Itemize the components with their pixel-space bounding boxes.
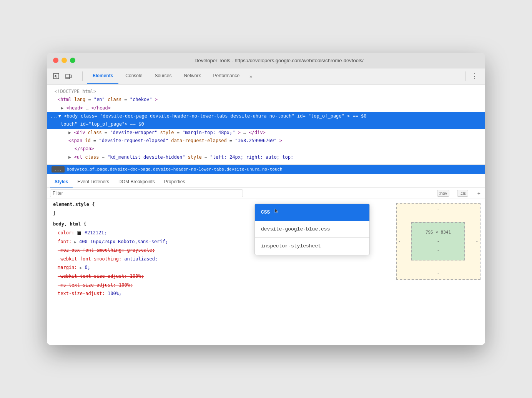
dom-line-body[interactable]: ...▼ <body class= "devsite-doc-page devs…	[47, 112, 485, 120]
traffic-lights	[53, 58, 75, 63]
close-button[interactable]	[53, 58, 58, 63]
css-prop-ms-text[interactable]: -ms-text-size-adjust: 100%;	[47, 281, 485, 290]
box-model-inner: 795 × 8341 - -	[411, 222, 465, 260]
dropdown-item-devsite-css[interactable]: devsite-google-blue.css	[255, 221, 369, 237]
cls-button[interactable]: .cls	[457, 190, 468, 197]
devtools-toolbar: Elements Console Sources Network Perform…	[47, 68, 485, 85]
dom-line: <!DOCTYPE html>	[47, 88, 485, 96]
maximize-button[interactable]	[70, 58, 75, 63]
box-model-preview: - - 795 × 8341 - - - -	[396, 203, 480, 280]
dom-line[interactable]: <html lang = "en" class = "chekov" >	[47, 96, 485, 104]
tab-properties[interactable]: Properties	[160, 177, 190, 187]
svg-rect-1	[66, 74, 70, 79]
css-code-area: element.style { } body, html { devsite-g…	[47, 199, 485, 345]
device-icon[interactable]	[64, 71, 73, 81]
tab-styles[interactable]: Styles	[50, 177, 73, 187]
titlebar: Developer Tools - https://developers.goo…	[47, 53, 485, 68]
breadcrumb-dots: ...	[52, 166, 65, 172]
styles-tabs: Styles Event Listeners DOM Breakpoints P…	[47, 174, 485, 188]
box-model-outer: - - 795 × 8341 - - - -	[396, 203, 480, 280]
toolbar-separator	[82, 71, 83, 81]
breadcrumb-path: body#top_of_page.devsite-doc-page.devsit…	[67, 167, 283, 172]
tab-elements[interactable]: Elements	[87, 68, 118, 84]
tab-dom-breakpoints[interactable]: DOM Breakpoints	[114, 177, 160, 187]
hov-button[interactable]: :hov	[437, 190, 450, 197]
box-margin-top: -	[437, 205, 440, 213]
tab-performance[interactable]: Performance	[208, 68, 245, 84]
devtools-body: <!DOCTYPE html> <html lang = "en" class …	[47, 85, 485, 345]
inspect-icon[interactable]	[52, 71, 61, 81]
box-inner-dash1: -	[437, 237, 440, 245]
cursor-icon	[274, 208, 279, 214]
box-margin-left: -	[398, 237, 401, 245]
tab-event-listeners[interactable]: Event Listeners	[73, 177, 114, 187]
tab-console[interactable]: Console	[120, 68, 148, 84]
toolbar-end: ⋮	[462, 70, 480, 82]
dom-line: </span>	[47, 145, 485, 153]
color-swatch	[77, 231, 81, 235]
add-style-button[interactable]: +	[476, 190, 482, 196]
more-tabs-button[interactable]: »	[246, 72, 255, 81]
dom-tree: <!DOCTYPE html> <html lang = "en" class …	[47, 85, 485, 165]
toolbar-separator-2	[466, 71, 466, 81]
dom-line[interactable]: <span id = "devsite-request-elapsed" dat…	[47, 137, 485, 145]
box-inner-dash2: -	[437, 247, 440, 254]
devtools-window: Developer Tools - https://developers.goo…	[47, 53, 485, 345]
dropdown-item-css[interactable]: CSS	[255, 204, 369, 221]
devtools-menu-button[interactable]: ⋮	[469, 70, 480, 82]
filter-row: :hov .cls +	[47, 188, 485, 199]
styles-panel: Styles Event Listeners DOM Breakpoints P…	[47, 174, 485, 345]
dropdown-item-inspector[interactable]: inspector-stylesheet	[255, 238, 369, 254]
dom-line[interactable]: ▶ <div class = "devsite-wrapper" style =…	[47, 129, 485, 137]
box-size-label: 795 × 8341	[426, 229, 451, 236]
dom-line[interactable]: ▶ <head> … </head>	[47, 104, 485, 112]
css-prop-text-size[interactable]: text-size-adjust: 100%;	[47, 290, 485, 298]
box-margin-bottom: -	[437, 270, 440, 277]
styles-filter-input[interactable]	[50, 189, 243, 197]
svg-rect-3	[70, 75, 71, 78]
window-title: Developer Tools - https://developers.goo…	[79, 58, 479, 63]
breadcrumb: ... body#top_of_page.devsite-doc-page.de…	[47, 165, 485, 174]
css-dropdown-popup: CSS devsite-google-blue.css inspect	[254, 204, 370, 255]
dom-line: touch" id="top_of_page"> == $0	[47, 120, 485, 128]
toolbar-icons	[52, 71, 73, 81]
tab-network[interactable]: Network	[178, 68, 206, 84]
minimize-button[interactable]	[62, 58, 67, 63]
box-margin-right: -	[475, 237, 478, 245]
tab-sources[interactable]: Sources	[149, 68, 177, 84]
dom-line[interactable]: ▶ <ul class = "kd_menulist devsite-hidde…	[47, 153, 485, 161]
